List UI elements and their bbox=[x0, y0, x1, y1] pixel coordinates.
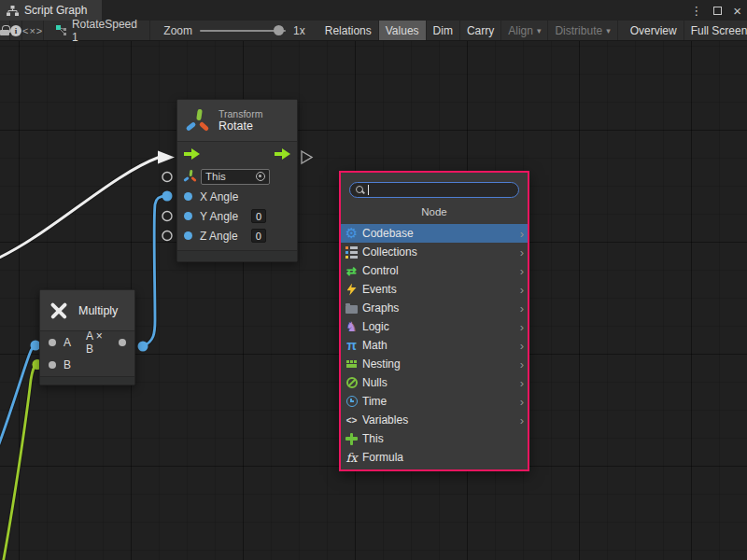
zangle-value-field[interactable]: 0 bbox=[251, 229, 266, 243]
lock-button[interactable] bbox=[0, 21, 10, 40]
finder-item-nesting[interactable]: Nesting › bbox=[341, 355, 528, 373]
transform-mini-icon bbox=[184, 170, 196, 183]
graph-name: RotateSpeed 1 bbox=[72, 18, 138, 44]
chevron-right-icon: › bbox=[520, 284, 524, 296]
nesting-icon bbox=[344, 357, 359, 371]
maximize-icon[interactable] bbox=[713, 7, 722, 15]
angle-brackets-icon: <> bbox=[344, 413, 359, 427]
fx-icon: fx bbox=[344, 450, 359, 465]
finder-item-graphs[interactable]: Graphs › bbox=[341, 299, 528, 317]
zoom-slider-handle[interactable] bbox=[274, 25, 284, 35]
chevron-down-icon: ▾ bbox=[606, 26, 611, 35]
zoom-slider[interactable] bbox=[200, 30, 286, 32]
xangle-port[interactable] bbox=[184, 192, 192, 201]
finder-item-variables[interactable]: <> Variables › bbox=[341, 411, 528, 429]
knight-icon: ♞ bbox=[344, 319, 359, 334]
finder-list: ⚙ Codebase › Collections › ⇄ Control bbox=[341, 224, 528, 467]
finder-item-nulls[interactable]: Nulls › bbox=[341, 373, 528, 392]
flow-in-port[interactable] bbox=[184, 148, 200, 160]
finder-item-math[interactable]: π Math › bbox=[341, 336, 528, 355]
dim-button[interactable]: Dim bbox=[427, 21, 460, 40]
node-title: Rotate bbox=[218, 119, 262, 133]
toolbar-buttons: Relations Values Dim Carry Align ▾ Distr… bbox=[318, 21, 747, 40]
graph-node-icon bbox=[55, 24, 66, 36]
input-b-label: B bbox=[63, 358, 71, 371]
values-button[interactable]: Values bbox=[379, 21, 427, 40]
fuzzy-finder-popup: Node ⚙ Codebase › Collections › ⇄ bbox=[339, 171, 529, 471]
finder-search-box[interactable] bbox=[349, 182, 519, 198]
input-b-port[interactable] bbox=[49, 361, 56, 369]
this-object-field[interactable]: This bbox=[201, 169, 270, 185]
folder-icon bbox=[344, 301, 359, 315]
close-icon[interactable]: × bbox=[733, 4, 741, 18]
code-preview-button[interactable]: <×> bbox=[22, 21, 44, 40]
transform-axes-icon bbox=[187, 108, 209, 133]
search-input[interactable] bbox=[372, 184, 513, 197]
text-caret bbox=[368, 185, 369, 195]
node-footer bbox=[40, 376, 134, 385]
carry-button[interactable]: Carry bbox=[460, 21, 501, 40]
relations-button[interactable]: Relations bbox=[318, 21, 379, 40]
window-menu-icon[interactable]: ⋮ bbox=[690, 4, 702, 18]
graph-breadcrumb[interactable]: RotateSpeed 1 bbox=[44, 21, 150, 40]
chevron-right-icon: › bbox=[520, 396, 524, 408]
finder-item-this[interactable]: This bbox=[341, 429, 528, 448]
node-header[interactable]: Multiply bbox=[40, 290, 134, 331]
lightning-icon bbox=[344, 282, 359, 297]
code-icon: <×> bbox=[22, 25, 43, 36]
info-icon: i bbox=[10, 25, 21, 36]
tab-title: Script Graph bbox=[24, 4, 87, 17]
chevron-right-icon: › bbox=[520, 246, 524, 259]
output-port[interactable] bbox=[119, 339, 126, 346]
overview-button[interactable]: Overview bbox=[624, 21, 684, 40]
zangle-port[interactable] bbox=[184, 231, 192, 240]
chevron-right-icon: › bbox=[520, 414, 524, 427]
zoom-value: 1x bbox=[293, 24, 305, 37]
pi-icon: π bbox=[344, 338, 359, 353]
yangle-label: Y Angle bbox=[200, 210, 238, 223]
input-a-label: A bbox=[63, 336, 71, 349]
node-transform-rotate[interactable]: Transform Rotate This X Angle bbox=[176, 99, 298, 262]
node-header[interactable]: Transform Rotate bbox=[177, 100, 297, 142]
finder-item-time[interactable]: Time › bbox=[341, 392, 528, 411]
align-dropdown[interactable]: Align ▾ bbox=[501, 21, 548, 40]
chevron-right-icon: › bbox=[520, 302, 524, 315]
zoom-control: Zoom 1x bbox=[150, 21, 312, 40]
toolbar: i <×> RotateSpeed 1 Zoom 1x Relations Va… bbox=[0, 21, 747, 41]
lock-icon bbox=[0, 25, 9, 35]
flow-out-port[interactable] bbox=[275, 148, 290, 160]
null-icon bbox=[344, 375, 359, 390]
info-button[interactable]: i bbox=[10, 21, 22, 40]
node-multiply[interactable]: Multiply A A × B B bbox=[39, 289, 135, 385]
object-picker-icon[interactable] bbox=[256, 172, 265, 181]
finder-item-logic[interactable]: ♞ Logic › bbox=[341, 317, 528, 336]
chevron-right-icon: › bbox=[520, 321, 524, 333]
input-a-port[interactable] bbox=[49, 339, 56, 346]
xangle-label: X Angle bbox=[200, 190, 238, 203]
list-icon bbox=[344, 245, 359, 259]
chevron-right-icon: › bbox=[520, 377, 524, 389]
chevron-down-icon: ▾ bbox=[537, 26, 542, 35]
node-title: Multiply bbox=[78, 304, 118, 317]
full-screen-button[interactable]: Full Screen bbox=[684, 21, 747, 40]
finder-item-formula[interactable]: fx Formula bbox=[341, 448, 528, 467]
chevron-right-icon: › bbox=[520, 265, 524, 277]
yangle-port[interactable] bbox=[184, 212, 192, 220]
finder-header: Node bbox=[341, 198, 528, 224]
finder-item-control[interactable]: ⇄ Control › bbox=[341, 261, 528, 280]
clock-icon bbox=[344, 394, 359, 409]
yangle-value-field[interactable]: 0 bbox=[251, 209, 266, 223]
chevron-right-icon: › bbox=[520, 358, 524, 371]
gear-icon: ⚙ bbox=[344, 226, 359, 241]
search-icon bbox=[356, 185, 365, 195]
zoom-label: Zoom bbox=[163, 24, 192, 37]
multiply-x-icon bbox=[49, 301, 68, 320]
distribute-dropdown[interactable]: Distribute ▾ bbox=[548, 21, 617, 40]
node-footer bbox=[177, 250, 297, 261]
finder-item-collections[interactable]: Collections › bbox=[341, 243, 528, 261]
graph-icon bbox=[7, 6, 19, 16]
chevron-right-icon: › bbox=[520, 340, 524, 352]
finder-item-codebase[interactable]: ⚙ Codebase › bbox=[341, 224, 528, 243]
move-arrows-icon bbox=[344, 431, 359, 446]
finder-item-events[interactable]: Events › bbox=[341, 280, 528, 299]
